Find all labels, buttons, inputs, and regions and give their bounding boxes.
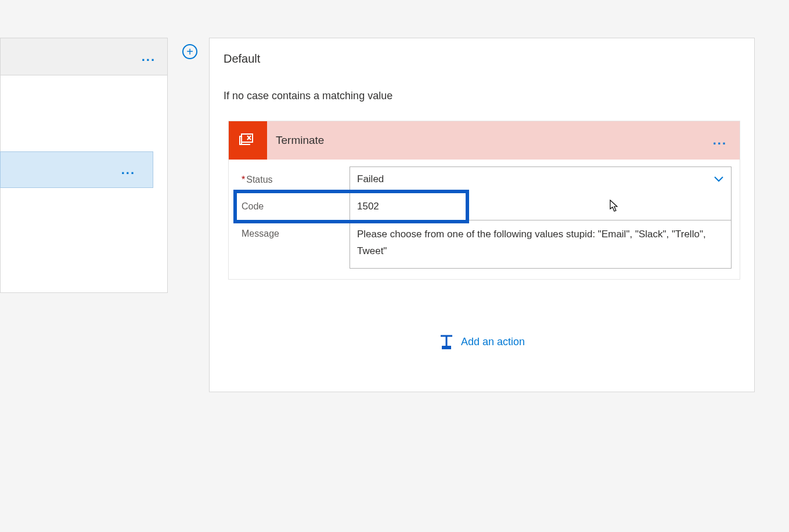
add-action-button[interactable]: Add an action [221,334,743,350]
default-case-card: Default If no case contains a matching v… [209,38,755,392]
case-action-card[interactable]: ... [0,151,153,188]
message-textarea-wrapper [350,220,732,269]
message-textarea[interactable] [350,220,731,266]
terminate-action-card: Terminate ... *Status Failed [228,121,740,280]
status-select-wrapper: Failed [350,167,732,193]
status-select[interactable]: Failed [350,167,731,191]
add-action-label: Add an action [461,336,525,348]
default-title: Default [221,52,743,66]
code-label: Code [237,193,350,220]
add-case-button[interactable]: + [182,44,197,59]
ellipsis-icon[interactable]: ... [121,162,135,178]
code-row: Code [237,193,732,220]
add-action-icon [439,334,454,350]
svg-rect-7 [442,346,451,349]
ellipsis-icon[interactable]: ... [713,133,727,148]
plus-icon: + [186,45,193,59]
svg-rect-3 [240,136,242,144]
chevron-down-icon [714,175,724,184]
case-card-collapsed-header[interactable]: ... [0,38,168,75]
ellipsis-icon[interactable]: ... [142,49,156,64]
terminate-icon [229,121,267,160]
terminate-body: *Status Failed Code [229,160,740,279]
default-subtitle: If no case contains a matching value [221,90,743,102]
message-row: Message [237,220,732,269]
code-input-wrapper [350,193,732,220]
status-row: *Status Failed [237,167,732,193]
terminate-title: Terminate [267,134,324,147]
status-value: Failed [357,173,384,185]
status-label: *Status [237,167,350,193]
code-input[interactable] [350,193,731,220]
message-label: Message [237,220,350,269]
terminate-header[interactable]: Terminate ... [229,121,740,160]
svg-rect-0 [242,134,253,142]
